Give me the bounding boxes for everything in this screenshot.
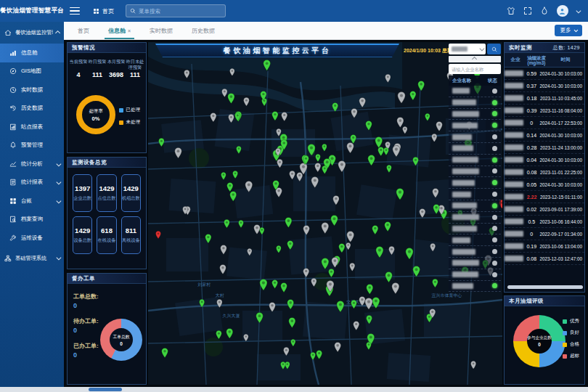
list-item[interactable] [449,177,501,189]
sidebar-item-warning-mgmt[interactable]: 预警管理 [0,136,64,155]
tab-信息舱[interactable]: 信息舱× [99,22,140,39]
map-pin[interactable] [219,264,226,274]
map-pin[interactable] [425,113,430,121]
list-item[interactable] [449,155,501,166]
enterprise-search-button[interactable] [487,44,501,54]
map-pin[interactable] [385,271,393,282]
scrollbar-thumb[interactable] [89,388,122,391]
table-row[interactable]: 0.372024-01-30 10:03:00 [505,80,584,92]
map-pin[interactable] [245,181,253,192]
map-pin[interactable] [287,240,294,250]
list-item[interactable] [449,224,501,235]
map-pin[interactable] [271,111,279,121]
sidebar-item-ops-device[interactable]: 运维设备 [0,229,64,248]
map-pin[interactable] [328,269,335,277]
sidebar-item-archive-query[interactable]: 档案查询 [0,211,64,229]
table-row[interactable]: 0.182023-11-10 03:45:00 [505,92,584,105]
table-row[interactable]: 2.222023-12-15 01:11:00 [505,191,584,203]
map-pin[interactable] [346,142,354,153]
list-item[interactable] [449,269,501,281]
map-pin[interactable] [392,145,401,158]
map-pin[interactable] [253,224,261,234]
map-pin[interactable] [346,242,351,250]
map-pin[interactable] [332,195,340,205]
map-pin[interactable] [256,312,264,323]
table-row[interactable]: 0.392023-11-16 08:04:00 [505,105,584,117]
fullscreen-icon[interactable] [523,7,532,15]
map-pin[interactable] [307,144,316,156]
map-pin[interactable] [321,258,330,269]
map-pin[interactable] [184,70,190,78]
map-pin[interactable] [303,225,310,235]
map-pin[interactable] [431,134,438,142]
map-pin[interactable] [210,113,217,122]
map-pin[interactable] [322,166,327,174]
map-pin[interactable] [311,278,317,287]
table-row[interactable]: 0.282023-11-24 13:00:00 [505,142,584,154]
map-pin[interactable] [372,297,380,309]
map-pin[interactable] [432,188,439,198]
enterprise-select[interactable] [449,44,486,54]
map-pin[interactable] [397,91,406,104]
table-row[interactable]: 02024-01-17 22:53:00 [505,117,584,129]
sidebar-item-realtime-data[interactable]: 实时数据 [0,81,64,99]
table-row[interactable]: 0.192023-10-06 13:04:00 [505,240,584,253]
map-pin[interactable] [226,328,234,339]
map-pin[interactable] [334,342,341,352]
map-pin[interactable] [330,215,338,226]
map-pin[interactable] [229,191,237,202]
map-pin[interactable] [364,298,373,310]
map-pin[interactable] [216,330,222,339]
map-pin[interactable] [158,138,165,147]
list-item[interactable] [449,166,501,178]
map-pin[interactable] [396,188,404,200]
enterprise-name-input[interactable] [449,64,501,74]
map-pin[interactable] [375,136,383,148]
map-pin[interactable] [321,222,330,234]
map-pin[interactable] [280,362,286,369]
map-pin[interactable] [247,248,253,256]
map-pin[interactable] [236,146,242,154]
map-pin[interactable] [338,243,346,253]
map-pin[interactable] [259,279,268,291]
map-pin[interactable] [221,172,226,180]
table-row[interactable]: 0.042024-01-30 10:03:00 [505,154,584,166]
map[interactable]: 餐饮油烟智能监控云平台 2024/1/30 10:03 星期二 宜兴市体育中心交… [148,42,502,385]
list-item[interactable] [449,143,501,155]
breadcrumb[interactable]: 首页 [93,7,114,15]
map-pin[interactable] [433,204,440,214]
list-item[interactable] [449,86,501,97]
sidebar-item-ledger[interactable]: 台账 [0,192,64,211]
map-pin[interactable] [234,113,241,121]
map-pin[interactable] [375,246,384,258]
map-pin[interactable] [314,163,321,172]
map-pin[interactable] [353,321,359,330]
map-pin[interactable] [243,334,249,342]
map-pin[interactable] [351,108,358,118]
map-pin[interactable] [386,165,392,173]
map-pin[interactable] [285,217,293,228]
list-item[interactable] [449,131,501,143]
map-pin[interactable] [412,157,419,166]
map-pin[interactable] [366,284,374,295]
sidebar-item-site-report[interactable]: 站点报表 [0,118,64,136]
map-pin[interactable] [205,234,212,244]
map-pin[interactable] [419,208,426,218]
map-pin[interactable] [315,154,321,162]
map-pin[interactable] [311,176,319,188]
map-pin[interactable] [326,280,335,293]
tab-实时数据[interactable]: 实时数据 [140,22,182,39]
map-pin[interactable] [385,74,391,83]
map-pin[interactable] [346,231,354,242]
map-pin[interactable] [303,268,309,277]
map-pin[interactable] [232,171,238,179]
table-row[interactable]: 0.52023-10-06 16:44:00 [505,216,584,228]
table-row[interactable]: 0.022023-09-01 17:39:00 [505,203,584,216]
map-pin[interactable] [388,246,395,256]
map-pin[interactable] [470,361,476,369]
map-pin[interactable] [269,302,276,312]
map-pin[interactable] [243,97,250,106]
sidebar-item-gis-map[interactable]: GIS地图 [0,62,64,81]
list-item[interactable] [449,212,501,224]
table-row[interactable]: 0.142024-01-30 10:03:00 [505,129,584,142]
